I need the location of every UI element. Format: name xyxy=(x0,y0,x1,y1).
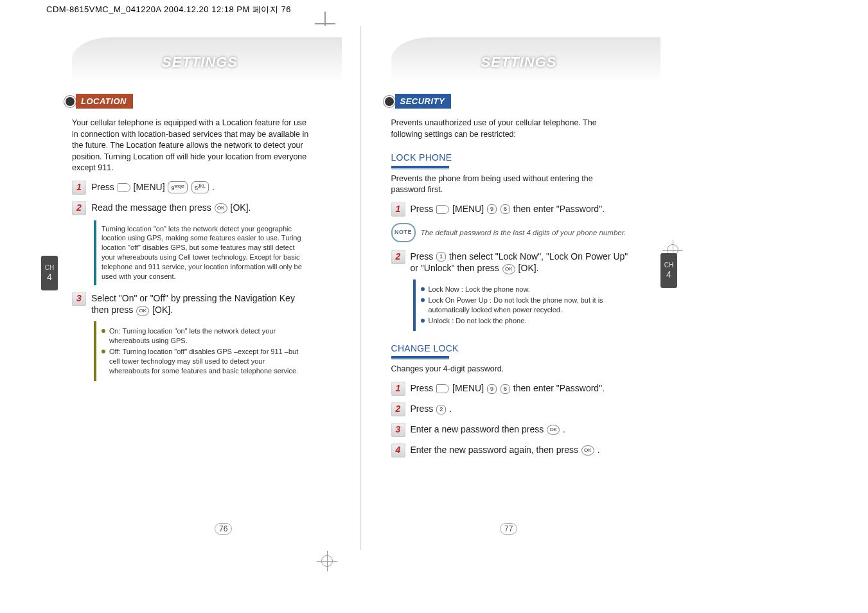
subhead-lock-phone: LOCK PHONE xyxy=(391,152,629,164)
ok-key-icon: OK xyxy=(581,445,594,456)
subhead-change-lock: CHANGE LOCK xyxy=(391,342,629,355)
softkey-icon xyxy=(436,384,449,393)
key-9-icon: 9 xyxy=(487,204,497,214)
page-title: SETTINGS xyxy=(72,37,342,71)
key-2-icon: 2 xyxy=(436,405,446,414)
step-2: 2 Read the message then press OK [OK]. xyxy=(72,201,310,215)
registration-mark-icon xyxy=(321,555,333,567)
key-6-icon: 6 xyxy=(500,384,510,394)
section-security: SECURITY xyxy=(385,94,452,109)
ok-key-icon: OK xyxy=(547,425,560,435)
change-step-4: 4 Enter the new password again, then pre… xyxy=(391,443,629,458)
page-title: SETTINGS xyxy=(391,37,661,71)
page-number-left: 76 xyxy=(215,523,232,535)
key-6-icon: 6 xyxy=(500,204,510,214)
ok-key-icon: OK xyxy=(502,264,515,274)
page-77: SETTINGS SECURITY Prevents unauthorized … xyxy=(360,26,679,550)
key-1-icon: 1 xyxy=(436,252,446,262)
step-3: 3 Select "On" or "Off" by pressing the N… xyxy=(72,292,310,317)
step-1: 1 Press [MENU] 9wxyz 5JKL . xyxy=(72,181,310,195)
section-location: LOCATION xyxy=(66,94,133,109)
security-intro: Prevents unauthorized use of your cellul… xyxy=(391,118,629,140)
location-intro: Your cellular telephone is equipped with… xyxy=(72,118,310,174)
key-9-icon: 9wxyz xyxy=(168,181,188,193)
change-step-2: 2 Press 2 . xyxy=(391,402,629,416)
key-5-icon: 5JKL xyxy=(191,181,209,193)
lock-step-1: 1 Press [MENU] 9 6 then enter "Password"… xyxy=(391,202,629,217)
note-icon: NOTE xyxy=(391,223,416,242)
softkey-icon xyxy=(118,183,130,192)
lock-step-2: 2 Press 1 then select "Lock Now", "Lock … xyxy=(391,250,629,275)
page-number-right: 77 xyxy=(500,523,517,535)
note-default-password: NOTE The default password is the last 4 … xyxy=(391,223,629,242)
ok-key-icon: OK xyxy=(136,306,149,316)
key-9-icon: 9 xyxy=(487,384,497,394)
page-76: SETTINGS LOCATION Your cellular telephon… xyxy=(41,26,360,550)
ok-key-icon: OK xyxy=(215,203,227,213)
change-lock-desc: Changes your 4-digit password. xyxy=(391,364,629,375)
info-box-lock-options: Lock Now : Lock the phone now. Lock On P… xyxy=(413,280,629,330)
lock-phone-desc: Prevents the phone from being used witho… xyxy=(391,173,629,196)
info-box-on-off: On: Turning location "on" lets the netwo… xyxy=(94,321,310,380)
print-header: CDM-8615VMC_M_041220A 2004.12.20 12:18 P… xyxy=(46,4,291,15)
change-step-3: 3 Enter a new password then press OK . xyxy=(391,423,629,437)
info-box-location-detail: Turning location "on" lets the network d… xyxy=(94,220,310,285)
softkey-icon xyxy=(436,205,449,214)
change-step-1: 1 Press [MENU] 9 6 then enter "Password"… xyxy=(391,382,629,396)
